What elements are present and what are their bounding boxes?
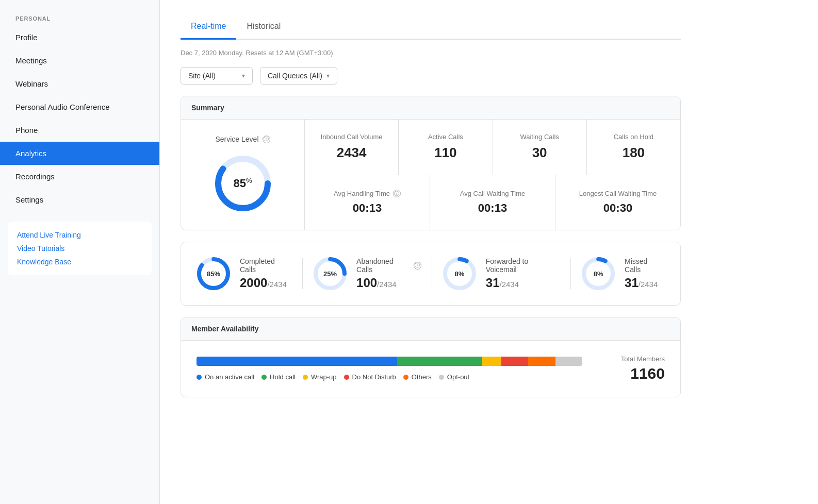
call-stat-divider bbox=[432, 258, 432, 289]
call-stat-name-forwarded-to-voicemail: Forwarded to Voicemail bbox=[486, 257, 560, 274]
call-stat-denom-missed-calls: /2434 bbox=[639, 280, 658, 289]
metric-inbound-call-volume: Inbound Call Volume2434 bbox=[305, 120, 399, 175]
site-filter[interactable]: Site (All) ▾ bbox=[181, 67, 253, 85]
bar-segment-on-active-call bbox=[197, 357, 397, 366]
metrics-panels: Inbound Call Volume2434Active Calls110Wa… bbox=[305, 120, 680, 230]
avg-handling-time-info-icon: ⓘ bbox=[393, 190, 401, 197]
legend-item-hold-call: Hold call bbox=[261, 373, 296, 381]
date-info: Dec 7, 2020 Monday. Resets at 12 AM (GMT… bbox=[181, 49, 681, 57]
filters: Site (All) ▾ Call Queues (All) ▾ bbox=[181, 67, 681, 85]
call-stat-info-abandoned-calls: Abandoned Callsⓘ 100/2434 bbox=[356, 257, 421, 290]
legend-label-opt-out: Opt-out bbox=[447, 373, 469, 381]
metric-value-longest-call-waiting-time: 00:30 bbox=[603, 201, 632, 215]
call-stat-completed-calls: 85% Completed Calls 2000/2434 bbox=[197, 257, 292, 291]
metric-active-calls: Active Calls110 bbox=[399, 120, 493, 175]
metric-label-waiting-calls: Waiting Calls bbox=[520, 133, 559, 141]
bar-segment-wrap-up bbox=[482, 357, 501, 366]
sidebar-item-profile[interactable]: Profile bbox=[0, 26, 159, 49]
legend-item-do-not-disturb: Do Not Disturb bbox=[344, 373, 396, 381]
call-stat-name-completed-calls: Completed Calls bbox=[240, 257, 292, 274]
help-link-knowledge-base[interactable]: Knowledge Base bbox=[17, 258, 142, 266]
member-availability-header: Member Availability bbox=[181, 317, 680, 341]
metric-label-avg-call-waiting-time: Avg Call Waiting Time bbox=[460, 190, 525, 197]
call-queues-filter[interactable]: Call Queues (All) ▾ bbox=[260, 67, 337, 85]
service-level-label: Service Level ⓘ bbox=[215, 135, 270, 143]
call-stat-info-forwarded-to-voicemail: Forwarded to Voicemail 31/2434 bbox=[486, 257, 560, 290]
sidebar-item-phone[interactable]: Phone bbox=[0, 119, 159, 142]
call-queues-filter-chevron-icon: ▾ bbox=[326, 72, 330, 79]
summary-row: Service Level ⓘ 85% In bbox=[181, 120, 680, 230]
call-stat-abandoned-calls: 25% Abandoned Callsⓘ 100/2434 bbox=[313, 257, 421, 291]
call-stat-denom-completed-calls: /2434 bbox=[267, 280, 287, 289]
call-stat-missed-calls: 8% Missed Calls 31/2434 bbox=[581, 257, 665, 291]
metric-label-longest-call-waiting-time: Longest Call Waiting Time bbox=[579, 190, 657, 197]
sidebar-item-meetings[interactable]: Meetings bbox=[0, 49, 159, 72]
site-filter-chevron-icon: ▾ bbox=[242, 72, 245, 79]
metric-value-waiting-calls: 30 bbox=[532, 145, 547, 161]
sidebar-item-settings[interactable]: Settings bbox=[0, 188, 159, 211]
legend-item-others: Others bbox=[403, 373, 432, 381]
bar-segment-hold-call bbox=[397, 357, 482, 366]
metric-label-avg-handling-time: Avg Handling Timeⓘ bbox=[334, 190, 401, 197]
service-level-value: 85% bbox=[233, 177, 252, 190]
sidebar-item-analytics[interactable]: Analytics bbox=[0, 142, 159, 165]
member-availability-body: On an active callHold callWrap-upDo Not … bbox=[181, 341, 680, 397]
metric-label-calls-on-hold: Calls on Hold bbox=[614, 133, 653, 141]
sidebar-item-recordings[interactable]: Recordings bbox=[0, 165, 159, 188]
call-stat-name-abandoned-calls: Abandoned Callsⓘ bbox=[356, 257, 421, 274]
call-stat-info-missed-calls: Missed Calls 31/2434 bbox=[625, 257, 665, 290]
sidebar: PERSONAL ProfileMeetingsWebinarsPersonal… bbox=[0, 0, 160, 504]
call-stat-value-forwarded-to-voicemail: 31/2434 bbox=[486, 276, 560, 290]
help-link-attend-live-training[interactable]: Attend Live Training bbox=[17, 231, 142, 239]
legend-dot-opt-out bbox=[439, 375, 444, 380]
tab-realtime[interactable]: Real-time bbox=[181, 15, 236, 40]
sidebar-help-box: Attend Live TrainingVideo TutorialsKnowl… bbox=[8, 222, 152, 275]
legend-dot-on-active-call bbox=[197, 375, 202, 380]
legend-item-wrap-up: Wrap-up bbox=[303, 373, 337, 381]
legend-item-on-active-call: On an active call bbox=[197, 373, 254, 381]
help-link-video-tutorials[interactable]: Video Tutorials bbox=[17, 244, 142, 253]
call-stat-denom-abandoned-calls: /2434 bbox=[377, 280, 397, 289]
tab-historical[interactable]: Historical bbox=[236, 15, 291, 40]
legend-dot-others bbox=[403, 375, 408, 380]
mini-donut-text-missed-calls: 8% bbox=[594, 270, 603, 278]
metric-value-active-calls: 110 bbox=[434, 145, 456, 161]
legend-dot-do-not-disturb bbox=[344, 375, 349, 380]
service-level-panel: Service Level ⓘ 85% bbox=[181, 120, 305, 230]
call-stat-info-completed-calls: Completed Calls 2000/2434 bbox=[240, 257, 292, 290]
mini-donut-completed-calls: 85% bbox=[197, 257, 231, 291]
sidebar-nav: ProfileMeetingsWebinarsPersonal Audio Co… bbox=[0, 26, 159, 211]
sidebar-item-webinars[interactable]: Webinars bbox=[0, 72, 159, 95]
call-stat-divider bbox=[302, 258, 303, 289]
metric-value-avg-call-waiting-time: 00:13 bbox=[478, 201, 507, 215]
total-members-label: Total Members bbox=[621, 355, 665, 363]
legend-label-on-active-call: On an active call bbox=[205, 373, 254, 381]
metric-avg-handling-time: Avg Handling Timeⓘ00:13 bbox=[305, 175, 430, 230]
mini-donut-missed-calls: 8% bbox=[581, 257, 615, 291]
call-stat-value-completed-calls: 2000/2434 bbox=[240, 276, 292, 290]
legend-item-opt-out: Opt-out bbox=[439, 373, 469, 381]
legend-label-do-not-disturb: Do Not Disturb bbox=[352, 373, 396, 381]
metric-longest-call-waiting-time: Longest Call Waiting Time00:30 bbox=[555, 175, 680, 230]
bar-segment-do-not-disturb bbox=[501, 357, 528, 366]
site-filter-label: Site (All) bbox=[188, 72, 216, 80]
metric-value-calls-on-hold: 180 bbox=[623, 145, 645, 161]
metric-avg-call-waiting-time: Avg Call Waiting Time00:13 bbox=[430, 175, 555, 230]
total-members-value: 1160 bbox=[630, 365, 665, 382]
metric-value-avg-handling-time: 00:13 bbox=[353, 201, 382, 215]
legend-label-hold-call: Hold call bbox=[270, 373, 296, 381]
call-stat-value-missed-calls: 31/2434 bbox=[625, 276, 665, 290]
metric-calls-on-hold: Calls on Hold180 bbox=[587, 120, 680, 175]
legend-dot-wrap-up bbox=[303, 375, 308, 380]
mini-donut-text-forwarded-to-voicemail: 8% bbox=[454, 270, 464, 278]
member-availability-card: Member Availability On an active callHol… bbox=[181, 317, 681, 397]
metric-waiting-calls: Waiting Calls30 bbox=[493, 120, 587, 175]
call-stat-name-missed-calls: Missed Calls bbox=[625, 257, 665, 274]
mini-donut-text-completed-calls: 85% bbox=[207, 270, 220, 278]
legend-label-wrap-up: Wrap-up bbox=[311, 373, 337, 381]
total-members-box: Total Members 1160 bbox=[598, 355, 665, 382]
stacked-bar bbox=[197, 357, 582, 366]
legend-dot-hold-call bbox=[261, 375, 267, 380]
call-queues-filter-label: Call Queues (All) bbox=[268, 72, 322, 80]
sidebar-item-personal-audio-conference[interactable]: Personal Audio Conference bbox=[0, 95, 159, 119]
